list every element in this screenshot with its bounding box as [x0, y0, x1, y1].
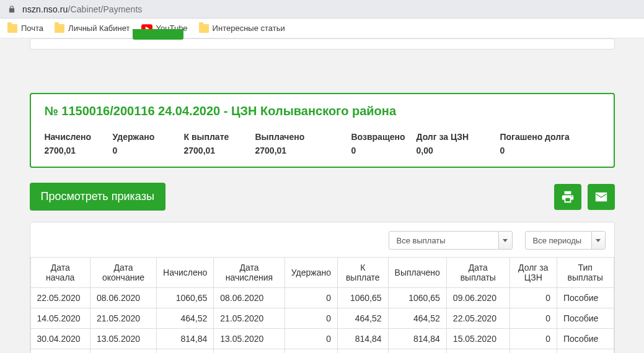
- stat-value: 0: [351, 146, 417, 155]
- table-row: 30.04.202013.05.2020814,8413.05.20200814…: [30, 329, 614, 349]
- dropdown-value: Все выплаты: [397, 236, 446, 245]
- table-header-row: Дата начала Дата окончание Начислено Дат…: [30, 258, 614, 288]
- stat-paid: Выплачено 2700,01: [255, 132, 351, 155]
- table-cell: 22.05.2020: [446, 308, 509, 329]
- bookmark-mail[interactable]: Почта: [7, 24, 43, 33]
- address-bar[interactable]: nszn.nso.ru/Cabinet/Payments: [0, 0, 644, 19]
- stat-label: Начислено: [45, 132, 113, 142]
- url-text: nszn.nso.ru/Cabinet/Payments: [22, 4, 142, 14]
- stat-value: 0: [113, 146, 184, 155]
- lock-icon: [7, 5, 16, 14]
- table-cell: 464,52: [157, 308, 214, 329]
- stat-value: 2700,01: [184, 146, 255, 155]
- folder-icon: [199, 24, 209, 33]
- col-debt: Долг за ЦЗН: [509, 258, 557, 288]
- stat-label: Погашено долга: [500, 132, 599, 142]
- table-cell: 30.04.2020: [446, 349, 509, 354]
- table-cell: 21.05.2020: [214, 308, 285, 329]
- table-cell: 360,00: [388, 349, 446, 354]
- view-orders-button[interactable]: Просмотреть приказы: [30, 183, 165, 211]
- table-cell: 13.05.2020: [90, 329, 156, 349]
- page-body: № 1150016/200116 24.04.2020 - ЦЗН Колыва…: [0, 38, 644, 353]
- actions-row: Просмотреть приказы: [30, 183, 615, 211]
- previous-card-edge: [30, 38, 615, 50]
- stat-withheld: Удержано 0: [113, 132, 184, 155]
- chevron-down-icon: [498, 232, 512, 249]
- order-title: № 1150016/200116 24.04.2020 - ЦЗН Колыва…: [45, 104, 600, 118]
- stat-value: 2700,01: [255, 146, 351, 155]
- table-cell: 22.05.2020: [30, 288, 90, 308]
- table-row: 22.05.202008.06.20201060,6508.06.2020010…: [30, 288, 614, 308]
- table-cell: 13.05.2020: [214, 329, 285, 349]
- table-cell: 814,84: [337, 329, 388, 349]
- table-cell: 09.06.2020: [446, 288, 509, 308]
- table-cell: 0: [285, 349, 337, 354]
- payments-table: Дата начала Дата окончание Начислено Дат…: [30, 257, 614, 353]
- print-icon: [561, 190, 575, 204]
- table-cell: 464,52: [388, 308, 446, 329]
- table-cell: 814,84: [157, 329, 214, 349]
- bookmark-label: Интересные статьи: [213, 24, 285, 33]
- payments-table-card: Все выплаты Все периоды Дата начала Дата…: [30, 222, 615, 353]
- table-cell: 29.04.2020: [90, 349, 156, 354]
- table-cell: 15.05.2020: [446, 329, 509, 349]
- col-accrued: Начислено: [157, 258, 214, 288]
- table-cell: 14.05.2020: [30, 308, 90, 329]
- table-cell: 1060,65: [337, 288, 388, 308]
- table-cell: 0: [285, 288, 337, 308]
- stat-label: Возвращено: [351, 132, 417, 142]
- col-end-date: Дата окончание: [90, 258, 156, 288]
- stat-label: Удержано: [113, 132, 184, 142]
- col-pay-date: Дата выплаты: [446, 258, 509, 288]
- table-cell: Пособие: [557, 349, 614, 354]
- table-cell: 0: [285, 308, 337, 329]
- table-cell: 30.04.2020: [30, 329, 90, 349]
- print-button[interactable]: [554, 184, 581, 210]
- table-cell: 0: [285, 329, 337, 349]
- table-cell: 464,52: [337, 308, 388, 329]
- green-button-stub: [133, 29, 183, 40]
- stat-accrued: Начислено 2700,01: [45, 132, 113, 155]
- table-cell: 08.06.2020: [90, 288, 156, 308]
- bookmark-cabinet[interactable]: Личный Кабинет: [55, 24, 130, 33]
- col-due: К выплате: [337, 258, 388, 288]
- table-filters: Все выплаты Все периоды: [30, 231, 614, 257]
- table-cell: 1060,65: [157, 288, 214, 308]
- table-cell: 08.06.2020: [214, 288, 285, 308]
- stat-debt: Долг за ЦЗН 0,00: [417, 132, 500, 155]
- stat-returned: Возвращено 0: [351, 132, 417, 155]
- folder-icon: [55, 24, 64, 33]
- mail-icon: [594, 190, 608, 204]
- table-cell: 0: [509, 349, 557, 354]
- table-cell: 814,84: [388, 329, 446, 349]
- table-cell: Пособие: [557, 288, 614, 308]
- table-cell: 21.05.2020: [90, 308, 156, 329]
- stat-due: К выплате 2700,01: [184, 132, 255, 155]
- stat-value: 0,00: [417, 146, 500, 155]
- summary-stats: Начислено 2700,01 Удержано 0 К выплате 2…: [45, 132, 600, 155]
- table-cell: 0: [509, 329, 557, 349]
- bookmark-articles[interactable]: Интересные статьи: [199, 24, 285, 33]
- stat-label: К выплате: [184, 132, 255, 142]
- col-start-date: Дата начала: [30, 258, 90, 288]
- filter-payments-dropdown[interactable]: Все выплаты: [389, 231, 513, 250]
- email-button[interactable]: [588, 184, 615, 210]
- url-host: nszn.nso.ru: [22, 4, 68, 14]
- table-cell: 0: [509, 288, 557, 308]
- table-cell: 360,00: [337, 349, 388, 354]
- table-cell: Пособие: [557, 308, 614, 329]
- col-accrual-date: Дата начисления: [214, 258, 285, 288]
- url-path: /Cabinet/Payments: [68, 4, 142, 14]
- stat-debt-repaid: Погашено долга 0: [500, 132, 599, 155]
- table-cell: 0: [509, 308, 557, 329]
- stat-value: 2700,01: [45, 146, 113, 155]
- dropdown-value: Все периоды: [533, 236, 582, 245]
- table-row: 14.05.202021.05.2020464,5221.05.20200464…: [30, 308, 614, 329]
- folder-icon: [7, 24, 17, 33]
- table-cell: Пособие: [557, 329, 614, 349]
- table-cell: 360,00: [157, 349, 214, 354]
- table-cell: 24.04.2020: [30, 349, 90, 354]
- stat-label: Долг за ЦЗН: [417, 132, 500, 142]
- chevron-down-icon: [591, 232, 605, 249]
- filter-periods-dropdown[interactable]: Все периоды: [525, 231, 606, 250]
